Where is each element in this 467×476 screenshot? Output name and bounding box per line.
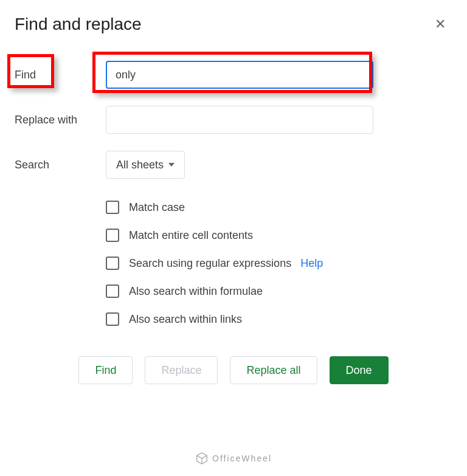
replace-with-label: Replace with: [15, 114, 106, 126]
checkbox-regex: Search using regular expressions Help: [15, 257, 452, 270]
checkbox-match-case: Match case: [15, 201, 452, 214]
close-button[interactable]: ✕: [428, 12, 452, 36]
checkbox-label: Also search within formulae: [129, 285, 263, 298]
help-link[interactable]: Help: [300, 257, 323, 269]
search-scope-dropdown[interactable]: All sheets: [106, 151, 185, 179]
checkbox-input[interactable]: [106, 201, 119, 214]
replace-all-button[interactable]: Replace all: [230, 356, 317, 384]
checkbox-input[interactable]: [106, 229, 119, 242]
checkbox-label: Search using regular expressions Help: [129, 257, 323, 270]
find-button[interactable]: Find: [78, 356, 133, 384]
watermark: OfficeWheel: [195, 452, 272, 465]
watermark-icon: [195, 452, 209, 465]
checkbox-search-links: Also search within links: [15, 312, 452, 326]
find-replace-dialog: Find and replace ✕ Find Replace with Sea…: [0, 0, 467, 396]
checkbox-input[interactable]: [106, 312, 119, 326]
checkbox-input[interactable]: [106, 257, 119, 270]
checkbox-match-entire-cell: Match entire cell contents: [15, 229, 452, 242]
checkbox-text: Search using regular expressions: [129, 257, 291, 269]
checkbox-search-formulae: Also search within formulae: [15, 285, 452, 298]
search-scope-row: Search All sheets: [15, 151, 452, 179]
checkbox-label: Also search within links: [129, 313, 242, 326]
find-input[interactable]: [106, 61, 373, 89]
find-label: Find: [15, 69, 106, 81]
replace-button[interactable]: Replace: [145, 356, 218, 384]
svg-marker-0: [197, 453, 207, 464]
checkbox-input[interactable]: [106, 285, 119, 298]
search-label: Search: [15, 159, 106, 171]
search-scope-value: All sheets: [116, 159, 164, 171]
watermark-text: OfficeWheel: [212, 454, 272, 463]
checkbox-label: Match case: [129, 201, 185, 214]
replace-row: Replace with: [15, 106, 452, 134]
dialog-title: Find and replace: [15, 15, 142, 34]
done-button[interactable]: Done: [330, 356, 389, 384]
checkbox-label: Match entire cell contents: [129, 229, 253, 242]
dialog-header: Find and replace ✕: [15, 12, 452, 36]
replace-with-input[interactable]: [106, 106, 373, 134]
dialog-button-row: Find Replace Replace all Done: [15, 356, 452, 384]
chevron-down-icon: [168, 163, 175, 167]
close-icon: ✕: [435, 18, 446, 31]
find-row: Find: [15, 61, 452, 89]
